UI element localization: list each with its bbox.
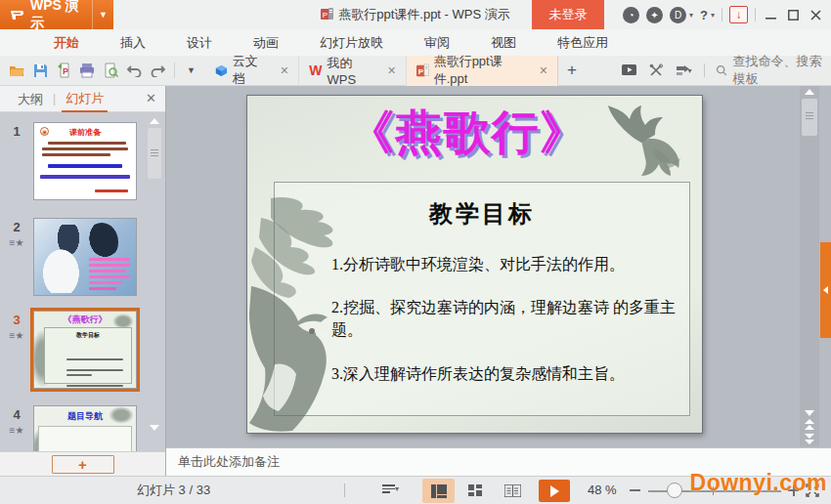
undo-icon[interactable] — [125, 62, 143, 79]
docer-icon[interactable]: D — [670, 7, 686, 23]
next-slide-button[interactable] — [800, 434, 819, 444]
print-icon[interactable] — [78, 62, 96, 79]
notes-toggle-button[interactable]: ▾ — [382, 483, 399, 495]
titlebar-separator — [722, 8, 722, 21]
docer-caret-icon[interactable]: ▾ — [689, 11, 693, 20]
tab-special-features[interactable]: 特色应用 — [537, 29, 629, 56]
redo-icon[interactable] — [149, 62, 166, 79]
wps-presentation-window: WPS 演示 ▼ P 燕歌行ppt课件.ppt - WPS 演示 未登录 ◔ ✦… — [0, 0, 831, 504]
editor-scrollbar[interactable] — [800, 86, 819, 447]
help-caret-icon[interactable]: ▾ — [711, 11, 715, 20]
wps-app-menu-caret-icon[interactable]: ▼ — [92, 0, 113, 29]
wps-app-menu-label: WPS 演示 — [30, 0, 84, 32]
slide-point[interactable]: 3.深入理解诗作所表达的复杂感情和主旨。 — [331, 362, 683, 385]
download-manager-icon[interactable]: ↓ — [729, 6, 748, 23]
sidebar-scrollbar[interactable] — [147, 115, 162, 447]
slide-number: 2 — [0, 220, 33, 234]
slide-thumb-preview-selected[interactable]: 《燕歌行》 教学目标 — [33, 311, 137, 389]
scrollbar-thumb[interactable] — [148, 128, 161, 179]
close-tab-icon[interactable]: ✕ — [387, 64, 396, 77]
tab-outline[interactable]: 大纲 — [14, 87, 47, 111]
plugin-icon[interactable]: ✦ — [646, 7, 663, 23]
doc-tab-current-file[interactable]: P 燕歌行ppt课件.ppt ✕ — [407, 56, 558, 86]
command-search[interactable]: 查找命令、搜索模板 — [716, 53, 831, 88]
slide-number: 3 — [0, 313, 33, 327]
tab-review[interactable]: 审阅 — [404, 29, 470, 56]
play-icon — [550, 485, 559, 497]
slide-thumbnail-4[interactable]: 4 ≡★ 题目导航 — [0, 405, 143, 451]
close-tab-icon[interactable]: ✕ — [280, 64, 288, 77]
minimize-button[interactable] — [763, 7, 778, 22]
share-caret-icon[interactable]: ▾ — [688, 66, 692, 75]
scroll-down-icon[interactable] — [805, 410, 814, 416]
slide-thumbnail-3[interactable]: 3 ≡★ 《燕歌行》 教学目标 — [0, 311, 143, 389]
tab-insert[interactable]: 插入 — [100, 29, 166, 56]
horse-ink-painting — [241, 189, 354, 433]
sidebar-close-icon[interactable]: ✕ — [146, 91, 156, 105]
tools-icon[interactable] — [649, 63, 664, 77]
previous-slide-button[interactable] — [800, 419, 819, 430]
tab-slides[interactable]: 幻灯片 — [62, 86, 108, 112]
close-tab-icon[interactable]: ✕ — [539, 64, 547, 77]
save-icon[interactable] — [31, 62, 49, 79]
toolbar-right-icons: ▾ 查找命令、搜索模板 — [621, 53, 831, 88]
tab-home[interactable]: 开始 — [33, 29, 100, 56]
scrollbar-thumb[interactable] — [802, 99, 817, 136]
body-area: 大纲 | 幻灯片 ✕ 1 ◉ 课前准备 — [0, 86, 831, 476]
wps-w-logo-icon: W — [309, 63, 322, 78]
scroll-up-icon[interactable] — [805, 89, 814, 95]
svg-text:P: P — [323, 11, 328, 20]
zoom-out-button[interactable] — [630, 489, 640, 491]
export-pdf-icon[interactable]: P — [55, 62, 72, 79]
doc-tab-cloud[interactable]: 云文档 ✕ — [205, 56, 299, 86]
slide-thumb-preview[interactable] — [33, 218, 137, 296]
login-button[interactable]: 未登录 — [532, 0, 604, 29]
open-file-icon[interactable] — [8, 62, 25, 79]
tab-slideshow[interactable]: 幻灯片放映 — [299, 29, 404, 56]
titlebar: WPS 演示 ▼ P 燕歌行ppt课件.ppt - WPS 演示 未登录 ◔ ✦… — [0, 0, 831, 29]
wps-app-menu-button[interactable]: WPS 演示 ▼ — [0, 0, 113, 29]
slide-thumb-preview[interactable]: ◉ 课前准备 — [33, 122, 137, 200]
eagle-ink-painting — [604, 104, 694, 184]
new-tab-button[interactable]: + — [558, 56, 585, 86]
tab-animation[interactable]: 动画 — [233, 29, 299, 56]
sidebar-footer: + — [0, 451, 165, 476]
slide-thumbnail-1[interactable]: 1 ◉ 课前准备 — [0, 122, 143, 200]
zoom-level-label: 48 % — [588, 477, 617, 504]
doc-tab-mywps[interactable]: W 我的WPS ✕ — [299, 56, 407, 86]
reading-view-button[interactable] — [497, 479, 529, 503]
doc-tab-label: 云文档 — [233, 53, 265, 88]
doc-title-text: 燕歌行ppt课件.ppt - WPS 演示 — [338, 6, 510, 23]
titlebar-separator — [755, 8, 756, 21]
tab-view[interactable]: 视图 — [470, 29, 537, 56]
skin-theme-icon[interactable]: ◔ — [623, 7, 639, 23]
maximize-button[interactable] — [785, 7, 801, 22]
tab-design[interactable]: 设计 — [166, 29, 233, 56]
customize-toolbar-caret-icon[interactable]: ▼ — [183, 65, 199, 75]
normal-view-button[interactable] — [422, 479, 455, 503]
slideshow-play-button[interactable] — [539, 480, 570, 502]
add-slide-button[interactable]: + — [52, 455, 114, 474]
slide-thumb-preview[interactable]: 题目导航 — [33, 405, 137, 451]
cloud-docs-cube-icon — [215, 63, 228, 78]
task-pane-handle[interactable] — [820, 242, 831, 338]
slide-point[interactable]: 1.分析诗歌中环境渲染、对比手法的作用。 — [331, 253, 683, 275]
slide-sorter-view-button[interactable] — [459, 479, 492, 503]
close-button[interactable] — [808, 7, 823, 22]
slide-canvas[interactable]: 《燕歌行》 教学目标 1.分析诗歌中环境渲染、对比手法的作用 — [247, 96, 702, 433]
share-icon[interactable]: ▾ — [676, 64, 692, 77]
zoom-slider-knob[interactable] — [667, 483, 682, 498]
slide-title[interactable]: 《燕歌行》 — [306, 102, 629, 164]
doc-tab-label: 燕歌行ppt课件.ppt — [434, 53, 525, 88]
search-icon — [716, 63, 727, 77]
expand-pane-icon — [823, 286, 828, 294]
animation-star-icon: ≡★ — [0, 330, 33, 341]
notes-caret-icon[interactable]: ▾ — [395, 484, 399, 493]
play-from-current-icon[interactable] — [621, 63, 637, 77]
print-preview-icon[interactable] — [102, 62, 119, 79]
scroll-up-icon[interactable] — [150, 118, 159, 124]
slide-point[interactable]: 2.挖掘、探究边塞诗的内涵，理解边塞诗 的多重主题。 — [331, 296, 683, 341]
scroll-down-icon[interactable] — [150, 425, 159, 431]
help-icon[interactable]: ? — [700, 8, 708, 22]
slide-thumbnail-2[interactable]: 2 ≡★ — [0, 218, 143, 296]
